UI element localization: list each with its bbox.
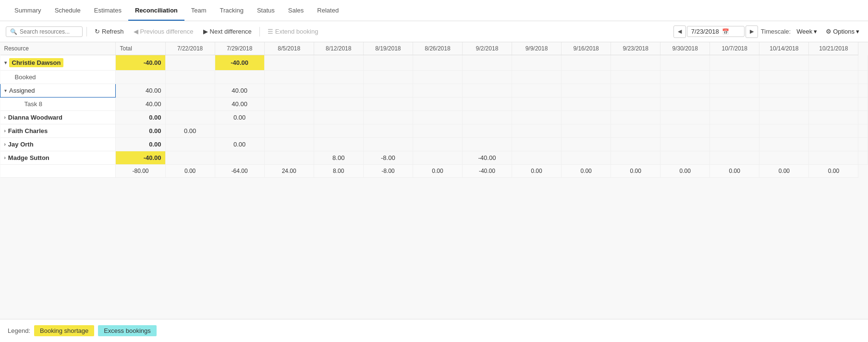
nav-tab-tracking[interactable]: Tracking <box>213 1 250 21</box>
table-row[interactable]: ›Madge Sutton-40.008.00-8.00-40.00 <box>0 151 868 165</box>
total-cell-6: 0.00 <box>116 138 165 151</box>
chevron-right-icon[interactable]: › <box>4 142 6 147</box>
data-cell-6-8 <box>562 138 611 151</box>
data-cell-2-5 <box>413 84 462 98</box>
data-cell-6-3 <box>314 138 363 151</box>
extend-booking-button[interactable]: ☰ Extend booking <box>264 26 322 37</box>
nav-tab-team[interactable]: Team <box>184 1 213 21</box>
data-cell-7-7 <box>512 151 561 165</box>
data-cell-6-13 <box>809 138 858 151</box>
data-cell-5-13 <box>809 124 858 138</box>
search-input[interactable] <box>20 28 78 35</box>
data-cell-2-7 <box>512 84 561 98</box>
data-cell-5-4 <box>363 124 413 138</box>
current-date: 7/23/2018 <box>691 28 719 35</box>
col-header-8: 9/2/2018 <box>462 42 512 55</box>
search-icon: 🔍 <box>10 28 17 35</box>
nav-tab-sales[interactable]: Sales <box>281 1 311 21</box>
data-cell-1-6 <box>462 71 512 84</box>
data-cell-5-3 <box>314 124 363 138</box>
data-cell-0-11 <box>710 55 759 71</box>
data-cell-4-7 <box>512 111 561 124</box>
timescale-value: Week <box>796 28 812 35</box>
date-prev-button[interactable]: ◀ <box>673 25 686 38</box>
date-box[interactable]: 7/23/2018 📅 <box>687 26 745 37</box>
table-row[interactable]: ▾Assigned40.0040.00 <box>0 84 868 98</box>
col-header-13: 10/7/2018 <box>710 42 759 55</box>
nav-tab-related[interactable]: Related <box>310 1 345 21</box>
data-cell-0-12 <box>759 55 809 71</box>
data-cell-0-2 <box>264 55 314 71</box>
data-cell-2-12 <box>759 84 809 98</box>
grid-container[interactable]: ResourceTotal7/22/20187/29/20188/5/20188… <box>0 42 868 319</box>
data-cell-5-1 <box>215 124 264 138</box>
data-cell-5-12 <box>759 124 809 138</box>
data-cell-7-11 <box>710 151 759 165</box>
options-button[interactable]: ⚙ Options ▾ <box>823 26 862 37</box>
timescale-chevron-icon: ▾ <box>814 28 817 35</box>
chevron-right-icon[interactable]: › <box>4 155 6 160</box>
data-cell-2-13 <box>809 84 858 98</box>
total-sum-14: 0.00 <box>809 165 858 178</box>
nav-tab-reconciliation[interactable]: Reconciliation <box>128 1 184 21</box>
data-cell-1-8 <box>562 71 611 84</box>
resource-name: ▾Christie Dawson <box>4 58 112 67</box>
total-sum-11: 0.00 <box>660 165 710 178</box>
col-header-0: Resource <box>0 42 116 55</box>
nav-tab-status[interactable]: Status <box>250 1 281 21</box>
options-chevron-icon: ▾ <box>856 28 859 35</box>
data-cell-0-6 <box>462 55 512 71</box>
search-box[interactable]: 🔍 <box>6 26 83 37</box>
data-cell-3-14 <box>858 98 868 111</box>
next-difference-button[interactable]: ▶ Next difference <box>199 26 256 37</box>
data-cell-5-2 <box>264 124 314 138</box>
legend-booking-shortage: Booking shortage <box>34 325 94 336</box>
data-cell-1-7 <box>512 71 561 84</box>
chevron-down-icon[interactable]: ▾ <box>4 60 7 65</box>
resource-name-text: Faith Charles <box>8 127 48 134</box>
chevron-right-icon[interactable]: › <box>4 128 6 134</box>
table-row[interactable]: ▾Christie Dawson-40.00-40.00 <box>0 55 868 71</box>
prev-difference-button[interactable]: ◀ Previous difference <box>130 26 197 37</box>
total-sum-9: 0.00 <box>562 165 611 178</box>
resource-name: ›Jay Orth <box>4 141 112 148</box>
reconciliation-grid: ResourceTotal7/22/20187/29/20188/5/20188… <box>0 42 868 178</box>
chevron-right-icon[interactable]: › <box>4 115 6 120</box>
gear-icon: ⚙ <box>826 28 831 35</box>
data-cell-0-0 <box>165 55 215 71</box>
nav-tab-summary[interactable]: Summary <box>8 1 48 21</box>
nav-tab-estimates[interactable]: Estimates <box>87 1 128 21</box>
data-cell-1-4 <box>363 71 413 84</box>
next-difference-label: Next difference <box>210 28 252 35</box>
data-cell-7-8 <box>562 151 611 165</box>
refresh-label: Refresh <box>102 28 124 35</box>
data-cell-0-8 <box>562 55 611 71</box>
data-cell-6-0 <box>165 138 215 151</box>
chevron-down-icon[interactable]: ▾ <box>4 88 7 93</box>
data-cell-0-10 <box>660 55 710 71</box>
refresh-button[interactable]: ↻ Refresh <box>91 26 128 37</box>
data-cell-7-10 <box>660 151 710 165</box>
grid-header: ResourceTotal7/22/20187/29/20188/5/20188… <box>0 42 868 55</box>
nav-tab-schedule[interactable]: Schedule <box>48 1 87 21</box>
data-cell-3-4 <box>363 98 413 111</box>
total-sum-4: 8.00 <box>314 165 363 178</box>
data-cell-7-2 <box>264 151 314 165</box>
extend-booking-icon: ☰ <box>268 28 273 35</box>
data-cell-6-11 <box>710 138 759 151</box>
table-row[interactable]: ›Faith Charles0.000.00 <box>0 124 868 138</box>
data-cell-4-3 <box>314 111 363 124</box>
date-navigation: ◀ 7/23/2018 📅 ▶ <box>673 25 758 38</box>
table-row[interactable]: ›Jay Orth0.000.00 <box>0 138 868 151</box>
table-row[interactable]: ›Dianna Woodward0.000.00 <box>0 111 868 124</box>
data-cell-3-8 <box>562 98 611 111</box>
date-next-button[interactable]: ▶ <box>746 25 758 38</box>
data-cell-4-5 <box>413 111 462 124</box>
data-cell-6-10 <box>660 138 710 151</box>
data-cell-4-6 <box>462 111 512 124</box>
col-header-5: 8/12/2018 <box>314 42 363 55</box>
timescale-select[interactable]: Week ▾ <box>794 26 820 37</box>
data-cell-5-8 <box>562 124 611 138</box>
data-cell-3-10 <box>660 98 710 111</box>
table-row: Booked <box>0 71 868 84</box>
